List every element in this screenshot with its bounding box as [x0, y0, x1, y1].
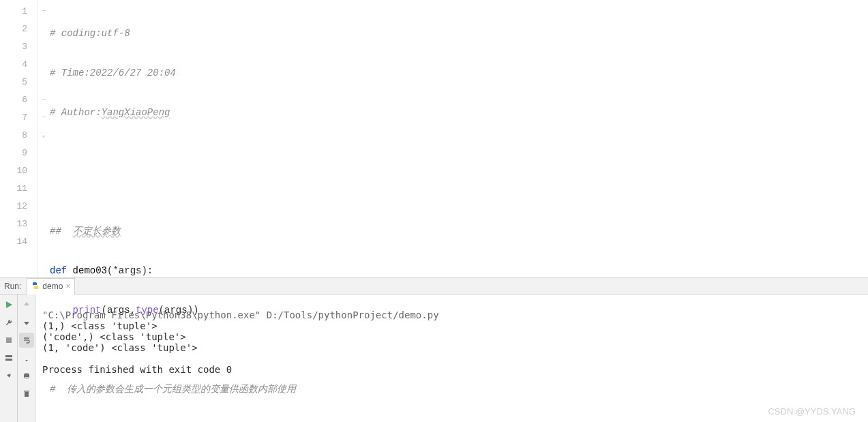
console-command: "C:\Program Files\Python38\python.exe" D…	[42, 310, 439, 320]
svg-marker-2	[6, 301, 12, 308]
scroll-to-end-icon[interactable]	[19, 350, 34, 365]
svg-rect-10	[24, 391, 29, 392]
run-toolbar-right	[18, 295, 35, 422]
run-panel-label: Run:	[0, 282, 25, 291]
stop-button[interactable]	[1, 333, 16, 348]
close-icon[interactable]: ×	[65, 282, 70, 291]
svg-rect-8	[25, 377, 29, 379]
code-editor[interactable]: 12 34 56 78 910 1112 1314 − −− ⌄ # codin…	[0, 0, 868, 278]
run-tab[interactable]: demo ×	[27, 278, 75, 295]
comment: ## 不定长参数	[50, 226, 121, 237]
svg-rect-3	[6, 337, 12, 343]
wrench-button[interactable]	[1, 315, 16, 330]
svg-rect-5	[5, 359, 12, 361]
trash-icon[interactable]	[19, 386, 34, 401]
print-icon[interactable]	[19, 368, 34, 383]
watermark-text: CSDN @YYDS.YANG	[768, 406, 856, 417]
run-header: Run: demo ×	[0, 278, 868, 295]
down-arrow-icon[interactable]	[19, 315, 34, 330]
comment: # Time:2022/6/27 20:04	[50, 67, 176, 78]
up-arrow-icon[interactable]	[19, 297, 34, 312]
comment: # coding:utf-8	[50, 28, 130, 39]
keyword-def: def	[50, 265, 73, 276]
pin-button[interactable]	[1, 368, 16, 383]
comment: # Author:YangXiaoPeng	[50, 107, 170, 118]
console-line: ('code',) <class 'tuple'>	[42, 331, 186, 342]
console-line: (1,) <class 'tuple'>	[42, 320, 158, 331]
python-file-icon	[31, 282, 40, 292]
rerun-button[interactable]	[1, 297, 16, 312]
soft-wrap-icon[interactable]	[19, 333, 34, 348]
layout-button[interactable]	[1, 350, 16, 365]
svg-rect-7	[25, 373, 29, 374]
svg-rect-9	[25, 392, 29, 397]
run-tab-label: demo	[42, 282, 63, 291]
code-area[interactable]: # coding:utf-8 # Time:2022/6/27 20:04 # …	[50, 0, 868, 277]
run-toolbar-left	[0, 295, 18, 422]
run-tool-window: Run: demo × "C:\Program Files\Python38\p…	[0, 278, 868, 422]
console-output[interactable]: "C:\Program Files\Python38\python.exe" D…	[35, 295, 868, 422]
console-line: (1, 'code') <class 'tuple'>	[42, 342, 198, 353]
line-number-gutter: 12 34 56 78 910 1112 1314	[0, 0, 38, 277]
fold-gutter: − −− ⌄	[38, 0, 50, 277]
console-exit: Process finished with exit code 0	[42, 364, 232, 375]
svg-rect-4	[5, 355, 12, 357]
